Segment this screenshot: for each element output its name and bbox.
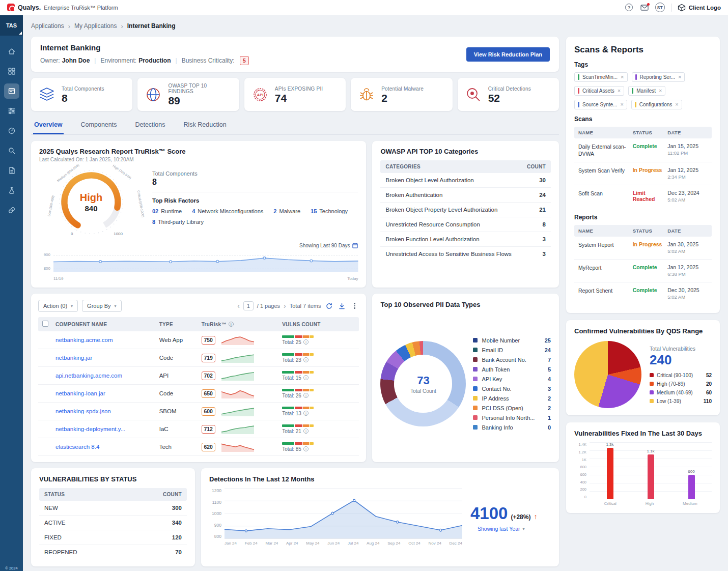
column-header: COUNT [527, 164, 546, 169]
tag-chip[interactable]: Reporting Ser... × [632, 72, 685, 82]
components-rows: netbanking.acme.com Web App 750 [38, 331, 359, 456]
close-icon[interactable]: × [620, 102, 623, 107]
info-icon[interactable]: i [303, 429, 309, 434]
column-header: DATE [667, 228, 708, 234]
sidebar-item-integrations[interactable] [4, 203, 19, 218]
owasp-count: 24 [539, 192, 546, 198]
groupby-dropdown[interactable]: Group By ▾ [82, 300, 121, 312]
tab-risk-reduction[interactable]: Risk Reduction [183, 117, 228, 134]
detections-chart: 120011001000900800 Jan 24Feb 24Mar 24Apr… [209, 488, 462, 546]
info-icon[interactable]: i [303, 375, 309, 380]
legend-swatch [473, 367, 478, 372]
breadcrumb-item[interactable]: Applications [31, 22, 64, 30]
risk-factor-count: 8 [152, 219, 155, 225]
view-risk-reduction-plan-button[interactable]: View Risk Reduction Plan [466, 47, 550, 62]
component-link[interactable]: netbanking-deployment.y... [55, 426, 125, 432]
refresh-icon[interactable] [324, 301, 333, 310]
tag-chip[interactable]: Critical Assets × [574, 86, 624, 96]
info-icon[interactable]: i [303, 446, 309, 451]
sidebar-item-search[interactable] [4, 143, 19, 158]
scans-rows: Daily External scan-DVWA Complete Jan 15… [574, 138, 712, 208]
kebab-menu-icon[interactable] [350, 301, 359, 310]
component-link[interactable]: elasticsearch 8.4 [55, 444, 99, 450]
scan-time: 2:34 PM [667, 174, 708, 180]
tag-chip[interactable]: Configurations × [631, 100, 682, 109]
owasp-category: Broken Authentication [385, 192, 442, 198]
select-all-checkbox[interactable] [42, 321, 48, 327]
vulns-fixed-card: Vulnerabilities Fixed In The Last 30 Day… [566, 422, 720, 513]
tag-chip[interactable]: ScanTimeMin... × [574, 72, 628, 82]
sidebar-item-labs[interactable] [4, 183, 19, 198]
legend-count: 52 [706, 373, 712, 378]
x-tick: Medium [683, 501, 697, 506]
owasp-category: Broken Object Level Authorization [385, 177, 473, 183]
vulns-distribution-bar [282, 424, 314, 427]
info-icon[interactable]: i [229, 322, 234, 327]
help-button[interactable]: ? [625, 3, 634, 12]
owasp-row: Broken Object Level Authorization 30 [380, 173, 551, 188]
client-logo[interactable]: Client Logo [678, 4, 721, 12]
legend-label: API Key [482, 376, 502, 382]
legend-swatch [473, 425, 478, 430]
legend-item: Medium (40-69) 60 [650, 390, 712, 395]
component-link[interactable]: netbanking-spdx.json [55, 408, 111, 414]
close-icon[interactable]: × [618, 88, 621, 94]
user-avatar[interactable]: ST [655, 3, 665, 12]
reports-table-header: NAME STATUS DATE [574, 225, 712, 237]
tab-detections[interactable]: Detections [134, 117, 166, 134]
tag-color-bar [578, 74, 579, 80]
module-switcher[interactable]: TAS [0, 15, 23, 36]
criticality-badge: 5 [240, 56, 249, 65]
column-header: NAME [578, 228, 633, 234]
component-link[interactable]: netbanking-loan.jar [55, 390, 105, 396]
tab-components[interactable]: Components [80, 117, 118, 134]
vulns-status-title: VULNERABILITIES BY STATUS [39, 475, 187, 483]
risk-factor-name: Third-party Library [158, 219, 204, 225]
report-status: Complete [633, 264, 668, 270]
trurisk-score-value: 840 [85, 204, 97, 213]
sidebar-item-dashboards[interactable] [4, 64, 19, 79]
close-icon[interactable]: × [659, 88, 662, 94]
info-icon[interactable]: i [303, 357, 309, 362]
prev-page-button[interactable]: ‹ [237, 302, 240, 309]
y-tick: 1000 [209, 511, 221, 516]
sidebar-item-home[interactable] [4, 44, 19, 59]
sidebar-item-settings[interactable] [4, 103, 19, 119]
sidebar-item-applications[interactable] [4, 83, 19, 99]
component-link[interactable]: netbanking.acme.com [55, 337, 113, 343]
report-status: In Progress [633, 241, 668, 247]
info-icon[interactable]: i [303, 339, 309, 345]
pii-title: Top 10 Observed PII Data Types [380, 301, 551, 308]
calendar-icon[interactable] [352, 243, 358, 248]
report-row: MyReport Complete Jan 12, 20256:38 PM [574, 260, 712, 282]
qds-range-card: Confirmed Vulnerabilities By QDS Range T… [566, 320, 720, 415]
legend-count: 2 [548, 405, 551, 411]
notifications-button[interactable] [640, 3, 649, 12]
bar-value: 600 [688, 469, 694, 474]
x-tick: Dec 24 [450, 541, 462, 546]
tag-label: Source Synte... [582, 102, 617, 107]
close-icon[interactable]: × [678, 74, 681, 80]
pii-total-label: Total Count [410, 388, 436, 394]
next-page-button[interactable]: › [284, 302, 286, 309]
info-icon[interactable]: i [303, 393, 309, 398]
close-icon[interactable]: × [621, 74, 624, 80]
download-icon[interactable] [337, 301, 346, 310]
date-range-label[interactable]: Showing Last 90 Days [299, 243, 350, 248]
action-dropdown[interactable]: Action (0) ▾ [38, 300, 78, 312]
breadcrumb-item[interactable]: My Applications [74, 22, 117, 30]
sidebar-item-reports[interactable] [4, 163, 19, 178]
info-icon[interactable]: i [303, 411, 309, 416]
x-tick: Mar 24 [265, 541, 278, 546]
sidebar-item-risk[interactable] [4, 123, 19, 138]
close-icon[interactable]: × [675, 102, 678, 107]
page-input[interactable]: 1 [243, 301, 254, 310]
tab-overview[interactable]: Overview [33, 117, 64, 134]
component-link[interactable]: netbanking.jar [55, 355, 92, 361]
component-link[interactable]: api.netbanking.acme.com [55, 373, 122, 379]
legend-item: Critical (90-100) 52 [650, 373, 712, 378]
owasp-count: 21 [539, 207, 546, 213]
range-selector[interactable]: Showing last Year ▾ [478, 526, 525, 532]
tag-chip[interactable]: Source Synte... × [574, 100, 627, 109]
tag-chip[interactable]: Manifest × [628, 86, 665, 96]
